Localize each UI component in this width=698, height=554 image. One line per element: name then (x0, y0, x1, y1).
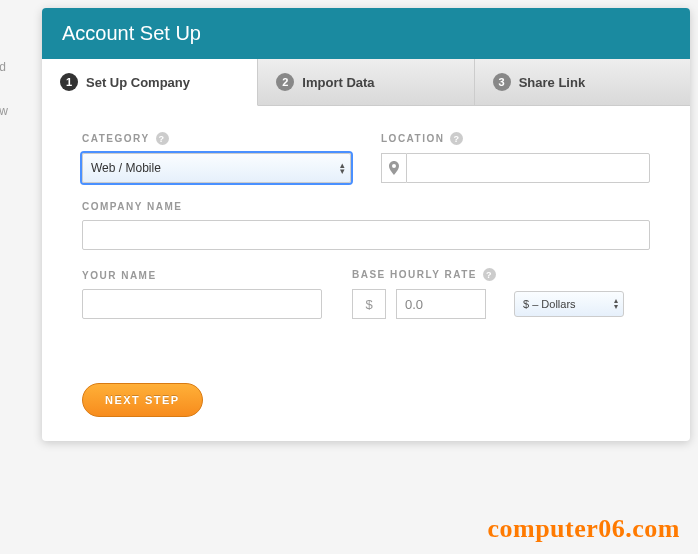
rate-input[interactable] (396, 289, 486, 319)
help-icon[interactable]: ? (483, 268, 496, 281)
form-body: CATEGORY ? Web / Mobile ▴▾ LOCATION ? (42, 106, 690, 367)
watermark-text: computer06.com (487, 514, 680, 544)
location-input[interactable] (406, 153, 650, 183)
company-name-field: COMPANY NAME (82, 201, 650, 250)
category-label: CATEGORY ? (82, 132, 351, 145)
step-number-icon: 2 (276, 73, 294, 91)
step-number-icon: 1 (60, 73, 78, 91)
background-clipped-text: eated e new (0, 0, 40, 554)
tab-set-up-company[interactable]: 1 Set Up Company (42, 59, 258, 106)
panel-footer: NEXT STEP (42, 367, 690, 441)
currency-symbol: $ (352, 289, 386, 319)
category-select[interactable]: Web / Mobile (82, 153, 351, 183)
step-number-icon: 3 (493, 73, 511, 91)
rate-field: BASE HOURLY RATE ? $ $ – Dollars ▴▾ (352, 268, 650, 319)
tab-share-link[interactable]: 3 Share Link (475, 59, 690, 105)
company-name-label: COMPANY NAME (82, 201, 650, 212)
wizard-tabs: 1 Set Up Company 2 Import Data 3 Share L… (42, 59, 690, 106)
tab-import-data[interactable]: 2 Import Data (258, 59, 474, 105)
help-icon[interactable]: ? (450, 132, 463, 145)
next-step-button[interactable]: NEXT STEP (82, 383, 203, 417)
tab-label: Import Data (302, 75, 374, 90)
help-icon[interactable]: ? (156, 132, 169, 145)
category-field: CATEGORY ? Web / Mobile ▴▾ (82, 132, 351, 183)
your-name-field: YOUR NAME (82, 270, 322, 319)
location-label: LOCATION ? (381, 132, 650, 145)
currency-select[interactable]: $ – Dollars (514, 291, 624, 317)
setup-wizard-panel: Account Set Up 1 Set Up Company 2 Import… (42, 8, 690, 441)
panel-title: Account Set Up (42, 8, 690, 59)
company-name-input[interactable] (82, 220, 650, 250)
tab-label: Share Link (519, 75, 585, 90)
your-name-input[interactable] (82, 289, 322, 319)
your-name-label: YOUR NAME (82, 270, 322, 281)
location-field: LOCATION ? (381, 132, 650, 183)
tab-label: Set Up Company (86, 75, 190, 90)
pin-icon (381, 153, 406, 183)
rate-label: BASE HOURLY RATE ? (352, 268, 650, 281)
